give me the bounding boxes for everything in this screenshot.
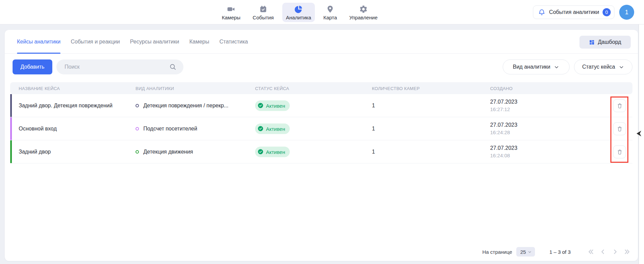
- analytics-type-icon: [136, 150, 139, 154]
- created-date: 27.07.2023: [490, 145, 517, 152]
- delete-case-button[interactable]: [613, 145, 626, 158]
- table-row[interactable]: Задний двор. Детекция повреждений Детекц…: [10, 94, 632, 117]
- status-badge: Активен: [255, 146, 290, 157]
- camera-count: 1: [372, 149, 375, 155]
- table-header-row: НАЗВАНИЕ КЕЙСА ВИД АНАЛИТИКИ СТАТУС КЕЙС…: [10, 82, 632, 94]
- last-page-button[interactable]: [623, 247, 632, 256]
- trash-icon: [616, 149, 623, 155]
- per-page-select[interactable]: 25: [516, 247, 535, 257]
- video-camera-icon: [227, 5, 235, 14]
- chevron-right-icon: [611, 248, 619, 256]
- nav-item-management[interactable]: Управление: [345, 3, 381, 22]
- next-page-button[interactable]: [611, 247, 620, 256]
- delete-case-button[interactable]: [613, 122, 626, 135]
- pagination-bar: На странице 25 1 – 3 of 3: [10, 245, 632, 258]
- analytics-type-filter[interactable]: Вид аналитики: [503, 59, 570, 74]
- per-page-label: На странице: [482, 249, 512, 255]
- analytics-events-button[interactable]: События аналитики 0: [533, 5, 614, 19]
- double-chevron-right-icon: [624, 248, 631, 256]
- check-circle-icon: [257, 103, 264, 109]
- column-header-analytics-type: ВИД АНАЛИТИКИ: [136, 86, 174, 91]
- nav-item-map[interactable]: Карта: [320, 3, 341, 22]
- user-avatar[interactable]: 1: [619, 5, 634, 20]
- analytics-events-label: События аналитики: [549, 9, 599, 15]
- nav-item-cameras[interactable]: Камеры: [218, 3, 244, 22]
- trash-icon: [616, 126, 623, 132]
- created-cell: 27.07.2023 16:24:28: [490, 122, 517, 136]
- search-input[interactable]: [65, 59, 166, 74]
- created-cell: 27.07.2023 16:24:08: [490, 145, 517, 159]
- tab-statistics[interactable]: Статистика: [219, 30, 248, 53]
- dashboard-button[interactable]: Дашборд: [579, 36, 631, 49]
- prev-page-button[interactable]: [598, 247, 607, 256]
- row-accent-bar: [10, 117, 12, 140]
- dashboard-button-label: Дашборд: [598, 39, 621, 45]
- double-chevron-left-icon: [587, 248, 594, 256]
- analytics-cases-table: НАЗВАНИЕ КЕЙСА ВИД АНАЛИТИКИ СТАТУС КЕЙС…: [10, 82, 632, 163]
- column-header-created: СОЗДАНО: [490, 86, 513, 91]
- nav-label: Управление: [349, 15, 377, 20]
- pie-chart-icon: [294, 5, 303, 14]
- table-row[interactable]: Задний двор Детекция движения Активен 1 …: [10, 140, 632, 163]
- status-badge: Активен: [255, 123, 290, 134]
- tab-cameras[interactable]: Камеры: [189, 30, 209, 53]
- status-label: Активен: [266, 126, 285, 131]
- tab-analytics-cases[interactable]: Кейсы аналитики: [17, 30, 60, 53]
- dashboard-grid-icon: [589, 39, 595, 45]
- column-header-case-status: СТАТУС КЕЙСА: [255, 86, 289, 91]
- row-accent-bar: [10, 94, 12, 117]
- case-name: Задний двор: [19, 149, 51, 155]
- search-icon[interactable]: [169, 63, 177, 71]
- gear-icon: [359, 5, 368, 14]
- tab-events-reactions[interactable]: События и реакции: [71, 30, 120, 53]
- analytics-type-label: Детекция повреждения / перекр...: [143, 103, 228, 109]
- tab-analytics-resources[interactable]: Ресурсы аналитики: [130, 30, 179, 53]
- status-label: Активен: [266, 149, 285, 155]
- case-status-cell: Активен: [255, 146, 290, 157]
- created-date: 27.07.2023: [490, 99, 517, 105]
- events-count-badge: 0: [603, 8, 611, 16]
- toolbar: Добавить Вид аналитики Статус кейса: [5, 59, 638, 74]
- case-name: Основной вход: [19, 126, 57, 132]
- delete-case-button[interactable]: [613, 99, 626, 112]
- chevron-left-icon: [599, 248, 607, 256]
- calendar-check-icon: [259, 5, 268, 14]
- map-pin-icon: [326, 5, 335, 14]
- column-header-case-name: НАЗВАНИЕ КЕЙСА: [19, 86, 60, 91]
- add-case-button[interactable]: Добавить: [13, 59, 52, 74]
- status-badge: Активен: [255, 100, 290, 111]
- created-cell: 27.07.2023 16:27:12: [490, 99, 517, 113]
- analytics-type-filter-label: Вид аналитики: [513, 64, 551, 70]
- analytics-type-label: Подсчет посетителей: [143, 126, 197, 132]
- tabs-row: Кейсы аналитики События и реакции Ресурс…: [5, 30, 638, 54]
- analytics-type-cell: Детекция повреждения / перекр...: [136, 103, 228, 109]
- created-time: 16:24:08: [490, 153, 517, 159]
- analytics-type-icon: [136, 127, 139, 130]
- analytics-type-cell: Детекция движения: [136, 149, 193, 155]
- analytics-type-cell: Подсчет посетителей: [136, 126, 197, 132]
- mouse-cursor: [636, 130, 642, 137]
- nav-label: Карта: [323, 15, 337, 20]
- topbar-right: События аналитики 0 1: [533, 0, 634, 24]
- case-status-filter-label: Статус кейса: [582, 64, 615, 70]
- first-page-button[interactable]: [586, 247, 595, 256]
- status-label: Активен: [266, 103, 285, 108]
- case-name: Задний двор. Детекция повреждений: [19, 103, 112, 109]
- nav-item-events[interactable]: События: [249, 3, 278, 22]
- check-circle-icon: [257, 126, 264, 132]
- scrollbar[interactable]: [639, 24, 644, 264]
- per-page-value: 25: [520, 249, 526, 255]
- nav-item-analytics[interactable]: Аналитика: [282, 3, 315, 22]
- column-header-camera-count: КОЛИЧЕСТВО КАМЕР: [372, 86, 420, 91]
- chevron-down-icon: [619, 64, 624, 70]
- camera-count: 1: [372, 126, 375, 132]
- analytics-type-label: Детекция движения: [143, 149, 193, 155]
- top-navigation-bar: Камеры События Аналитика Карта Управлени: [0, 0, 644, 24]
- created-time: 16:24:28: [490, 129, 517, 136]
- bell-icon: [538, 8, 545, 16]
- search-field: [56, 59, 183, 74]
- case-status-filter[interactable]: Статус кейса: [574, 59, 632, 74]
- chevron-down-icon: [554, 64, 559, 70]
- row-accent-bar: [10, 140, 12, 163]
- table-row[interactable]: Основной вход Подсчет посетителей Активе…: [10, 117, 632, 140]
